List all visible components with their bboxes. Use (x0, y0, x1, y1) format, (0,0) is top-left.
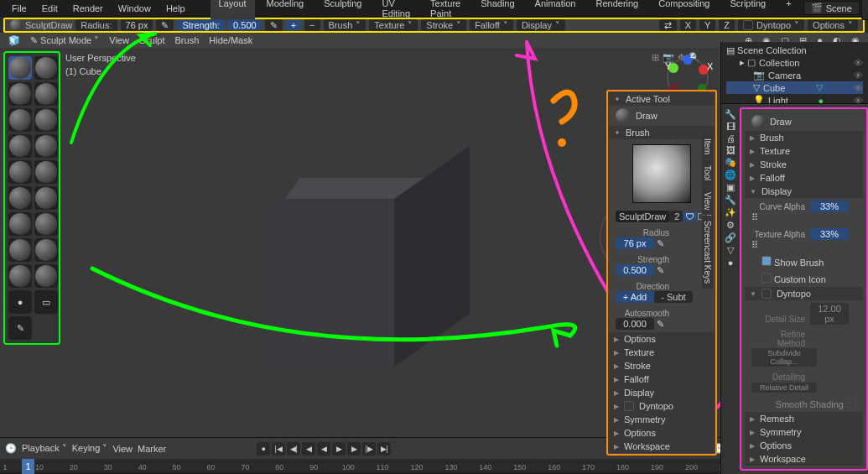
ptab-view-icon[interactable]: 🖼 (726, 145, 735, 155)
ptab-particle-icon[interactable]: ✨ (725, 207, 736, 218)
tool-rotate[interactable] (8, 264, 32, 288)
curve-alpha-field[interactable]: 33% (810, 201, 849, 212)
playback-dropdown[interactable]: Playback ˅ (22, 443, 67, 454)
np-dyntopo[interactable]: Dyntopo (609, 399, 715, 413)
pp-stroke[interactable]: Stroke (745, 158, 863, 171)
ptab-tool-icon[interactable]: 🔧 (725, 109, 736, 120)
tool-grab[interactable] (8, 212, 32, 236)
tool-inflate[interactable] (8, 108, 32, 132)
timeline-view[interactable]: View (112, 444, 133, 454)
outliner-root[interactable]: ▤ Scene Collection (726, 45, 863, 56)
ptab-material-icon[interactable]: ● (728, 258, 734, 268)
tab-layout[interactable]: Layout (211, 0, 255, 20)
tool-clay[interactable] (34, 56, 58, 80)
radius-pressure-toggle[interactable]: ✎ (156, 19, 174, 31)
strength-input[interactable]: 0.500 (616, 264, 654, 276)
menu-view[interactable]: View (109, 35, 129, 45)
eye-icon[interactable]: 👁 (854, 70, 863, 81)
tool-draw[interactable] (8, 56, 32, 80)
jump-start-button[interactable]: |◀ (272, 442, 285, 456)
tab-shading[interactable]: Shading (472, 0, 522, 20)
np-texture[interactable]: Texture (609, 346, 715, 359)
vtab-tool[interactable]: Tool (702, 160, 713, 185)
np-stroke[interactable]: Stroke (609, 359, 715, 372)
tool-annotate[interactable]: ✎ (8, 316, 32, 340)
brush-thumbnail[interactable] (632, 144, 691, 203)
custom-icon-check[interactable] (761, 273, 772, 283)
vtab-item[interactable]: Item (702, 133, 713, 159)
ptab-render-icon[interactable]: 🎞 (726, 122, 735, 132)
direction-sub-button[interactable]: − (304, 19, 320, 31)
vtab-screencast[interactable]: Screencast Keys (702, 216, 713, 289)
menu-texture[interactable]: Texture ˅ (369, 19, 418, 31)
brush-user-count[interactable]: 2 (669, 211, 683, 222)
radius-field[interactable]: 76 px (121, 19, 153, 31)
menu-falloff[interactable]: Falloff ˅ (470, 19, 513, 31)
menu-brush-dropdown[interactable]: Brush (175, 35, 200, 45)
outliner-light[interactable]: 💡 Light ● 👁 (726, 94, 863, 104)
tab-sculpting[interactable]: Sculpting (315, 0, 370, 20)
detail-size-field[interactable]: 12.00 px (810, 303, 849, 325)
outliner[interactable]: ▤ Scene Collection ▸ ▢ Collection 👁 📷 Ca… (721, 42, 868, 104)
menu-window[interactable]: Window (112, 2, 158, 15)
ptab-modifier-icon[interactable]: 🔧 (725, 195, 736, 206)
tool-clay-strips[interactable] (8, 82, 32, 106)
tab-scripting[interactable]: Scripting (721, 0, 774, 20)
eye-icon[interactable]: 👁 (854, 83, 863, 93)
direction-add[interactable]: + Add (616, 291, 654, 303)
tab-compositing[interactable]: Compositing (650, 0, 718, 20)
strength-pressure-toggle[interactable]: ✎ (265, 19, 283, 31)
np-options[interactable]: Options (609, 332, 715, 346)
jump-keyframe-fwd-button[interactable]: |▶ (362, 442, 376, 456)
np-display[interactable]: Display (609, 386, 715, 399)
axis-z-toggle[interactable]: Z (719, 19, 735, 31)
tab-uv-editing[interactable]: UV Editing (373, 0, 418, 20)
tab-modeling[interactable]: Modeling (258, 0, 313, 20)
axis-x-toggle[interactable]: X (680, 19, 696, 31)
jump-keyframe-back-button[interactable]: ◀| (287, 442, 300, 456)
refine-method-field[interactable]: Subdivide Collap... (751, 348, 817, 367)
frame-fwd-button[interactable]: ▶ (347, 442, 361, 456)
pp-falloff[interactable]: Falloff (745, 171, 863, 185)
tool-blob[interactable] (34, 108, 58, 132)
timeline-marker[interactable]: Marker (138, 444, 166, 454)
ptab-physics-icon[interactable]: ⚙ (726, 220, 735, 231)
menu-hidemask[interactable]: Hide/Mask (209, 35, 252, 45)
tab-texture-paint[interactable]: Texture Paint (422, 0, 469, 20)
ptab-output-icon[interactable]: 🖨 (726, 133, 735, 143)
autosmooth-input[interactable]: 0.000 (616, 318, 654, 330)
vtab-view[interactable]: View (702, 187, 713, 216)
tab-animation[interactable]: Animation (527, 0, 585, 20)
autokey-toggle[interactable]: ● (257, 442, 270, 456)
mirror-icon[interactable]: ⇄ (659, 19, 677, 31)
jump-end-button[interactable]: ▶| (377, 442, 391, 456)
play-button[interactable]: ▶ (332, 442, 346, 456)
tool-simplify[interactable] (34, 264, 58, 288)
eye-icon[interactable]: 👁 (854, 96, 863, 105)
smooth-shading-check[interactable] (846, 398, 856, 408)
axis-y-toggle[interactable]: Y (699, 19, 715, 31)
texture-alpha-field[interactable]: 33% (810, 228, 849, 240)
pp-texture[interactable]: Texture (745, 144, 863, 158)
menu-help[interactable]: Help (159, 2, 192, 15)
direction-add-button[interactable]: + (286, 19, 301, 31)
ptab-data-icon[interactable]: ▽ (727, 245, 734, 256)
outliner-collection[interactable]: ▸ ▢ Collection 👁 (726, 56, 863, 69)
tool-thumb[interactable] (8, 238, 32, 262)
tool-smooth[interactable] (34, 134, 58, 158)
dyntopo-toggle[interactable]: Dyntopo ˅ (738, 19, 804, 31)
brush-preview-icon[interactable] (10, 19, 22, 31)
menu-edit[interactable]: Edit (35, 2, 65, 15)
play-reverse-button[interactable]: ◀ (317, 442, 330, 456)
strength-field[interactable]: 0.500 (228, 19, 262, 31)
menu-brush[interactable]: Brush ˅ (324, 19, 366, 31)
tool-mask[interactable]: ● (8, 290, 32, 314)
timeline-editor-icon[interactable]: 🕒 (5, 443, 17, 454)
radius-input[interactable]: 76 px (616, 237, 654, 249)
pp-workspace[interactable]: Workspace (745, 452, 863, 466)
menu-display[interactable]: Display ˅ (517, 19, 565, 31)
panel-brush-header[interactable]: Brush (609, 126, 715, 139)
ptab-scene-icon[interactable]: 🎭 (725, 157, 736, 168)
np-workspace[interactable]: Workspace (609, 440, 715, 453)
options-dropdown[interactable]: Options ˅ (808, 19, 858, 31)
